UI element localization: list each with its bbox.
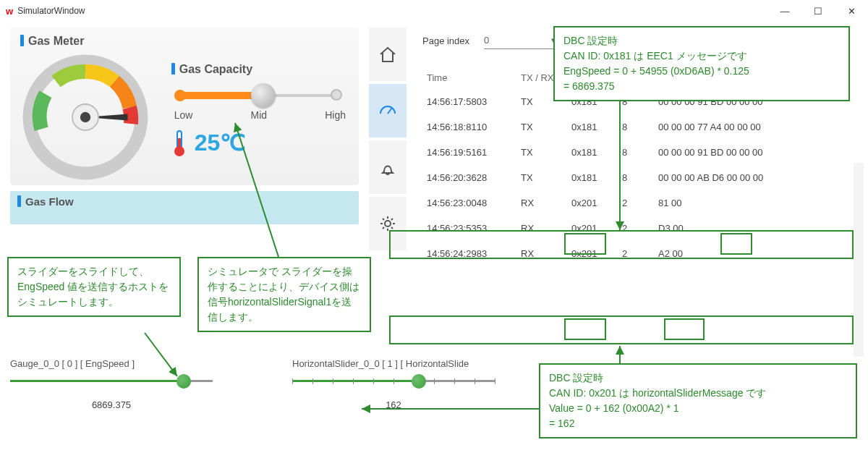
maximize-button[interactable]: ☐ — [801, 0, 835, 22]
page-index-select[interactable]: 0 ▾ — [484, 32, 556, 49]
col-time: Time — [422, 67, 516, 89]
nav-home-button[interactable] — [369, 27, 407, 81]
table-row[interactable]: 14:56:20:3628TX0x181800 00 00 AB D6 00 0… — [422, 165, 854, 190]
page-index-label: Page index — [422, 35, 469, 46]
meter-panel: Gas Meter Gas Capacity — [10, 27, 359, 185]
thermometer-icon — [171, 128, 187, 157]
nav-gauge-button[interactable] — [369, 84, 407, 137]
close-button[interactable]: ✕ — [835, 0, 868, 22]
nav-bell-button[interactable] — [369, 140, 407, 194]
callout-3: DBC 設定時 CAN ID: 0x181 は EEC1 メッセージです Eng… — [553, 26, 850, 101]
svg-point-7 — [385, 221, 391, 226]
nav-rail — [369, 22, 412, 260]
table-row[interactable]: 14:56:18:8110TX0x181800 00 00 77 A4 00 0… — [422, 114, 854, 140]
horizontal-bottom-slider[interactable]: HorizontalSlider_0_0 [ 1 ] [ HorizontalS… — [292, 358, 495, 410]
gauge-slider-value: 6869.375 — [10, 399, 213, 410]
table-row[interactable]: 14:56:24:2983RX0x2012A2 00 — [422, 241, 854, 266]
hslider-value: 162 — [292, 399, 495, 410]
gas-flow-panel: Gas Flow — [10, 191, 359, 224]
temperature-value: 25℃ — [195, 129, 247, 156]
svg-point-6 — [174, 146, 184, 156]
slider-label-mid: Mid — [251, 109, 268, 121]
app-logo-icon: w — [6, 6, 13, 17]
table-row[interactable]: 14:56:19:5161TX0x181800 00 00 91 BD 00 0… — [422, 140, 854, 165]
table-scrollbar[interactable] — [854, 163, 864, 357]
gas-meter-gauge — [20, 52, 150, 182]
titlebar: w SimulatorWindow — ☐ ✕ — [0, 0, 868, 22]
slider-label-low: Low — [174, 109, 193, 121]
table-row[interactable]: 14:56:23:5353RX0x2012D3 00 — [422, 216, 854, 241]
slider-label-high: High — [325, 109, 346, 121]
callout-4: DBC 設定時 CAN ID: 0x201 は horizontalSlider… — [539, 363, 857, 439]
gas-capacity-title: Gas Capacity — [171, 63, 349, 76]
callout-1: スライダーをスライドして、EngSpeed 値を送信するホストをシミュレートしま… — [7, 257, 181, 317]
gas-flow-title: Gas Flow — [17, 195, 352, 208]
gas-meter-title: Gas Meter — [20, 35, 157, 48]
window-title: SimulatorWindow — [17, 6, 85, 16]
gas-capacity-slider[interactable] — [171, 86, 349, 105]
table-row[interactable]: 14:56:23:0048RX0x201281 00 — [422, 190, 854, 216]
nav-settings-button[interactable] — [369, 197, 407, 250]
svg-point-3 — [80, 112, 90, 122]
callout-2: シミュレータで スライダーを操作することにより、デバイス側は信号horizont… — [197, 257, 371, 332]
gauge-bottom-slider[interactable]: Gauge_0_0 [ 0 ] [ EngSpeed ] 6869.375 — [10, 358, 213, 410]
minimize-button[interactable]: — — [768, 0, 801, 22]
